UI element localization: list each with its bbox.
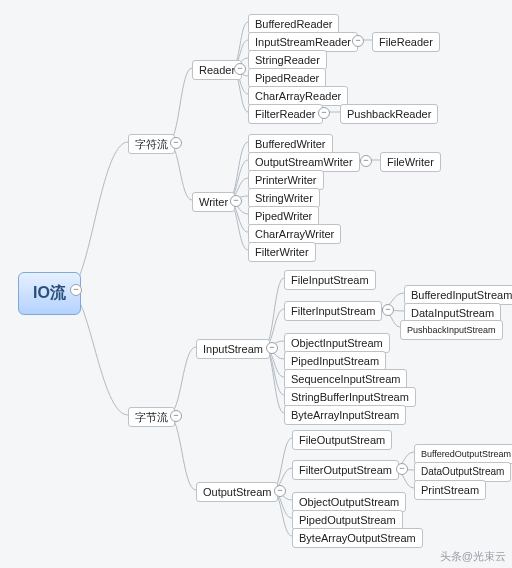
node-printerwriter[interactable]: PrinterWriter — [248, 170, 324, 190]
node-objectinputstream[interactable]: ObjectInputStream — [284, 333, 390, 353]
node-filterinputstream[interactable]: FilterInputStream — [284, 301, 382, 321]
node-fileinputstream[interactable]: FileInputStream — [284, 270, 376, 290]
collapse-byte[interactable]: − — [170, 410, 182, 422]
node-objectoutputstream[interactable]: ObjectOutputStream — [292, 492, 406, 512]
node-stringreader[interactable]: StringReader — [248, 50, 327, 70]
node-filterreader[interactable]: FilterReader — [248, 104, 323, 124]
node-filereader[interactable]: FileReader — [372, 32, 440, 52]
node-bufferedwriter[interactable]: BufferedWriter — [248, 134, 333, 154]
node-chararraywriter[interactable]: CharArrayWriter — [248, 224, 341, 244]
node-pushbackinputstream[interactable]: PushbackInputStream — [400, 320, 503, 340]
node-filterwriter[interactable]: FilterWriter — [248, 242, 316, 262]
node-bufferedreader[interactable]: BufferedReader — [248, 14, 339, 34]
node-bufferedinputstream[interactable]: BufferedInputStream — [404, 285, 512, 305]
node-outputstreamwriter[interactable]: OutputStreamWriter — [248, 152, 360, 172]
node-writer[interactable]: Writer — [192, 192, 235, 212]
node-chararrayreader[interactable]: CharArrayReader — [248, 86, 348, 106]
collapse-char[interactable]: − — [170, 137, 182, 149]
node-pipedoutputstream[interactable]: PipedOutputStream — [292, 510, 403, 530]
collapse-inputstream[interactable]: − — [266, 342, 278, 354]
node-pipedwriter[interactable]: PipedWriter — [248, 206, 319, 226]
watermark: 头条@光束云 — [440, 549, 506, 564]
collapse-osw[interactable]: − — [360, 155, 372, 167]
collapse-filterreader[interactable]: − — [318, 107, 330, 119]
node-pushbackreader[interactable]: PushbackReader — [340, 104, 438, 124]
collapse-root[interactable]: − — [70, 284, 82, 296]
node-printstream[interactable]: PrintStream — [414, 480, 486, 500]
node-filteroutputstream[interactable]: FilterOutputStream — [292, 460, 399, 480]
node-filewriter[interactable]: FileWriter — [380, 152, 441, 172]
node-outputstream[interactable]: OutputStream — [196, 482, 278, 502]
collapse-writer[interactable]: − — [230, 195, 242, 207]
node-dataoutputstream[interactable]: DataOutputStream — [414, 462, 511, 482]
collapse-isr[interactable]: − — [352, 35, 364, 47]
node-bytearroutputstream[interactable]: ByteArrayOutputStream — [292, 528, 423, 548]
node-inputstream[interactable]: InputStream — [196, 339, 270, 359]
node-pipedreader[interactable]: PipedReader — [248, 68, 326, 88]
node-inputstreamreader[interactable]: InputStreamReader — [248, 32, 358, 52]
node-char-stream[interactable]: 字符流 — [128, 134, 175, 154]
node-byte-stream[interactable]: 字节流 — [128, 407, 175, 427]
node-bytearrinputstream[interactable]: ByteArrayInputStream — [284, 405, 406, 425]
node-stringbufferinputstream[interactable]: StringBufferInputStream — [284, 387, 416, 407]
collapse-reader[interactable]: − — [234, 63, 246, 75]
collapse-filteroutput[interactable]: − — [396, 463, 408, 475]
collapse-filterinput[interactable]: − — [382, 304, 394, 316]
collapse-outputstream[interactable]: − — [274, 485, 286, 497]
node-bufferedoutputstream[interactable]: BufferedOutputStream — [414, 444, 512, 464]
node-pipedinputstream[interactable]: PipedInputStream — [284, 351, 386, 371]
node-stringwriter[interactable]: StringWriter — [248, 188, 320, 208]
node-fileoutputstream[interactable]: FileOutputStream — [292, 430, 392, 450]
node-sequenceinputstream[interactable]: SequenceInputStream — [284, 369, 407, 389]
